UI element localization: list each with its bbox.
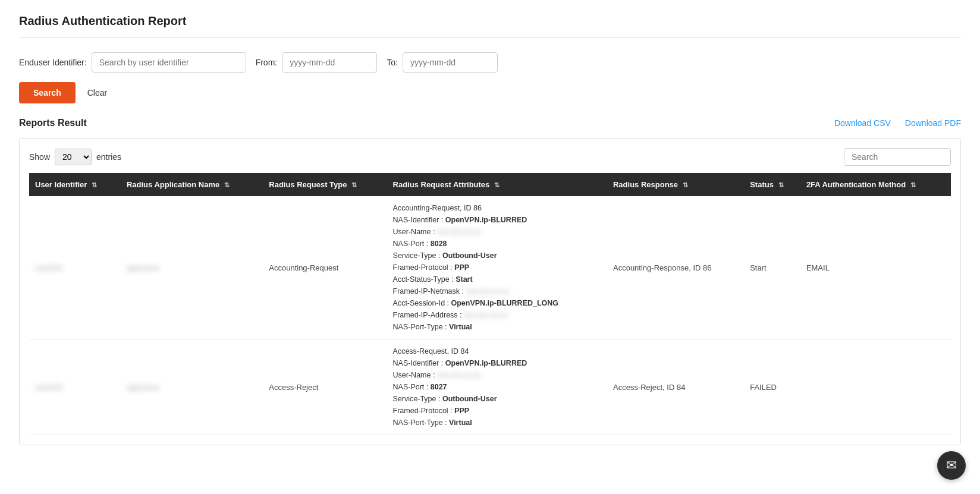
cell-request-type: Accounting-Request [263, 196, 387, 339]
show-label: Show [29, 152, 50, 162]
entries-select[interactable]: 10 20 50 100 [55, 149, 92, 165]
table-row: user002appnameAccess-RejectAccess-Reques… [29, 339, 951, 435]
cell-user-identifier: user002 [29, 339, 121, 435]
cell-app-name: appname [121, 196, 263, 339]
show-entries-group: Show 10 20 50 100 entries [29, 149, 121, 165]
button-row: Search Clear [19, 82, 961, 103]
cell-app-name: appname [121, 339, 263, 435]
cell-user-identifier: user001 [29, 196, 121, 339]
table-container: Show 10 20 50 100 entries User Identifie… [19, 138, 961, 445]
sort-icon-response: ⇅ [683, 181, 688, 189]
download-pdf-link[interactable]: Download PDF [905, 118, 961, 128]
sort-icon-type: ⇅ [351, 181, 357, 189]
cell-response: Accounting-Response, ID 86 [607, 196, 744, 339]
to-date-input[interactable] [403, 52, 498, 73]
col-request-attrs: Radius Request Attributes ⇅ [387, 173, 607, 196]
cell-request-type: Access-Reject [263, 339, 387, 435]
search-button[interactable]: Search [19, 82, 76, 103]
filter-row: Enduser Identifier: From: To: [19, 52, 961, 73]
table-search-input[interactable] [844, 148, 951, 166]
table-header-row: User Identifier ⇅ Radius Application Nam… [29, 173, 951, 196]
results-table: User Identifier ⇅ Radius Application Nam… [29, 173, 951, 435]
sort-icon-app: ⇅ [224, 181, 230, 189]
enduser-filter-group: Enduser Identifier: [19, 52, 246, 73]
from-filter-group: From: [256, 52, 378, 73]
from-label: From: [256, 58, 278, 67]
from-date-input[interactable] [282, 52, 377, 73]
sort-icon-attrs: ⇅ [494, 181, 500, 189]
to-label: To: [387, 58, 398, 67]
cell-request-attributes: Access-Request, ID 84NAS-Identifier : Op… [387, 339, 607, 435]
cell-status: FAILED [744, 339, 800, 435]
col-response: Radius Response ⇅ [607, 173, 744, 196]
col-status: Status ⇅ [744, 173, 800, 196]
enduser-label: Enduser Identifier: [19, 58, 87, 67]
to-filter-group: To: [387, 52, 498, 73]
results-header: Reports Result Download CSV Download PDF [19, 118, 961, 128]
col-user-identifier: User Identifier ⇅ [29, 173, 121, 196]
download-csv-link[interactable]: Download CSV [834, 118, 891, 128]
cell-request-attributes: Accounting-Request, ID 86NAS-Identifier … [387, 196, 607, 339]
table-row: user001appnameAccounting-RequestAccounti… [29, 196, 951, 339]
sort-icon-status: ⇅ [778, 181, 784, 189]
cell-twofa-method [800, 339, 951, 435]
cell-status: Start [744, 196, 800, 339]
col-twofa: 2FA Authentication Method ⇅ [800, 173, 951, 196]
col-request-type: Radius Request Type ⇅ [263, 173, 387, 196]
results-title: Reports Result [19, 118, 87, 128]
sort-icon-user: ⇅ [92, 181, 97, 189]
entries-label: entries [96, 152, 121, 162]
page-title: Radius Authentication Report [19, 14, 961, 38]
cell-twofa-method: EMAIL [800, 196, 951, 339]
enduser-input[interactable] [92, 52, 246, 73]
sort-icon-twofa: ⇅ [910, 181, 916, 189]
table-controls: Show 10 20 50 100 entries [29, 148, 951, 166]
chat-icon: ✉ [946, 458, 957, 460]
download-links: Download CSV Download PDF [834, 118, 961, 128]
col-app-name: Radius Application Name ⇅ [121, 173, 263, 196]
clear-button[interactable]: Clear [83, 82, 112, 103]
page-container: Radius Authentication Report Enduser Ide… [0, 0, 980, 460]
cell-response: Access-Reject, ID 84 [607, 339, 744, 435]
